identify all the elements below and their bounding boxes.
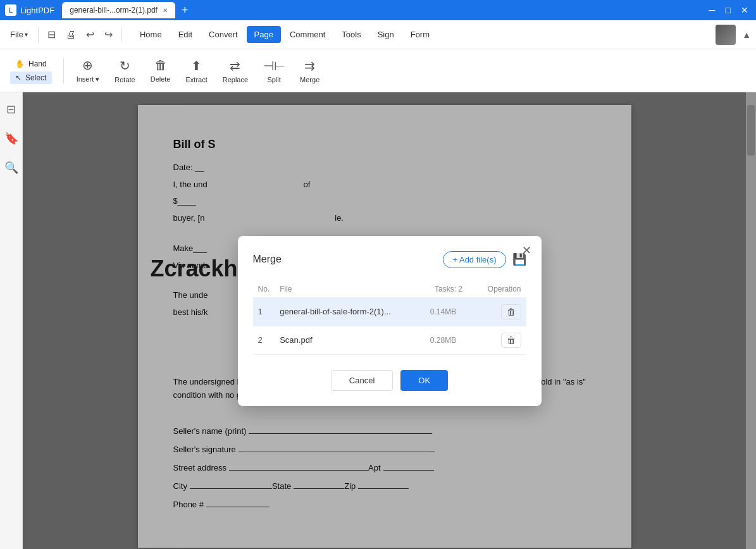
table-row: 2 Scan.pdf 0.28MB 🗑 (253, 326, 526, 354)
file-table-body: 1 general-bill-of-sale-form-2(1)... 0.14… (253, 297, 526, 354)
merge-button[interactable]: ⇉ Merge (294, 54, 326, 87)
close-button[interactable]: ✕ (738, 5, 751, 15)
hand-icon: ✋ (15, 59, 25, 68)
extract-button[interactable]: ⬆ Extract (179, 54, 213, 87)
modal-overlay: ✕ Merge + Add file(s) 💾 No. File Tasks: … (23, 92, 756, 549)
rotate-button[interactable]: ↻ Rotate (108, 54, 141, 87)
modal-close-button[interactable]: ✕ (522, 244, 531, 257)
minimize-button[interactable]: ─ (707, 5, 718, 15)
hand-tool-label: Hand (28, 59, 47, 68)
maximize-button[interactable]: □ (723, 5, 733, 15)
tab-close-icon[interactable]: ✕ (163, 7, 168, 14)
new-tab-button[interactable]: + (178, 4, 192, 17)
delete-button[interactable]: 🗑 Delete (144, 54, 177, 87)
file-row-1-size: 0.14MB (425, 297, 472, 326)
window-controls: ─ □ ✕ (707, 5, 751, 15)
merge-label: Merge (300, 76, 319, 83)
nav-sign[interactable]: Sign (370, 26, 402, 43)
active-tab[interactable]: general-bill-...orm-2(1).pdf ✕ (62, 2, 175, 18)
nav-page[interactable]: Page (247, 26, 281, 43)
left-panel: ⊟ 🔖 🔍 (0, 92, 23, 549)
search-icon[interactable]: 🔍 (2, 158, 21, 177)
delete-label: Delete (151, 75, 171, 83)
table-row: 1 general-bill-of-sale-form-2(1)... 0.14… (253, 297, 526, 326)
file-table: No. File Tasks: 2 Operation 1 general-bi… (253, 281, 526, 355)
select-icon: ↖ (15, 73, 22, 82)
file-menu-arrow: ▾ (25, 31, 28, 38)
extract-label: Extract (185, 76, 207, 83)
insert-label: Insert ▾ (77, 75, 100, 83)
undo-button[interactable]: ↩ (82, 26, 98, 43)
delete-icon: 🗑 (154, 58, 167, 73)
col-operation: Operation (472, 281, 526, 298)
merge-modal: ✕ Merge + Add file(s) 💾 No. File Tasks: … (238, 236, 542, 406)
file-row-1-op: 🗑 (472, 297, 526, 326)
file-row-2-size: 0.28MB (425, 326, 472, 354)
insert-button[interactable]: ⊕ Insert ▾ (70, 54, 106, 87)
nav-convert[interactable]: Convert (201, 26, 245, 43)
file-row-1-no: 1 (253, 297, 275, 326)
ok-button[interactable]: OK (400, 370, 448, 391)
app-title: L LightPDF (5, 4, 54, 16)
col-no: No. (253, 281, 275, 298)
file-row-1-delete[interactable]: 🗑 (501, 304, 521, 319)
nav-comment[interactable]: Comment (282, 26, 333, 43)
main-content: Bill of S Date: __ I, the und of $____ b… (23, 92, 756, 549)
nav-menu: Home Edit Convert Page Comment Tools Sig… (132, 26, 437, 43)
title-bar: L LightPDF general-bill-...orm-2(1).pdf … (0, 0, 756, 20)
app-name: LightPDF (20, 6, 54, 15)
file-row-2-delete[interactable]: 🗑 (501, 333, 521, 348)
nav-edit[interactable]: Edit (171, 26, 200, 43)
nav-tools[interactable]: Tools (334, 26, 368, 43)
split-button[interactable]: ⊣⊢ Split (257, 54, 291, 87)
merge-icon: ⇉ (304, 58, 315, 73)
tab-label: general-bill-...orm-2(1).pdf (70, 6, 158, 15)
file-table-header: No. File Tasks: 2 Operation (253, 281, 526, 298)
select-tool-label: Select (25, 73, 46, 82)
file-row-1-name: general-bill-of-sale-form-2(1)... (275, 297, 425, 326)
tool-group-main: ⊕ Insert ▾ ↻ Rotate 🗑 Delete ⬆ Extract ⇄… (70, 54, 326, 87)
file-menu-label: File (10, 30, 23, 39)
file-row-2-name: Scan.pdf (275, 326, 425, 354)
thumbnail-icon[interactable]: ⊟ (4, 100, 18, 119)
split-icon: ⊣⊢ (263, 58, 285, 73)
toolbar-divider (63, 58, 64, 83)
app-logo: L (5, 4, 16, 16)
col-file: File (275, 281, 425, 298)
menu-bar: File ▾ ⊟ 🖨 ↩ ↪ Home Edit Convert Page Co… (0, 20, 756, 49)
hand-select-group: ✋ Hand ↖ Select (10, 58, 52, 84)
user-avatar[interactable] (716, 25, 736, 45)
divider-1 (38, 27, 39, 42)
file-menu[interactable]: File ▾ (5, 27, 33, 42)
rotate-icon: ↻ (120, 58, 130, 73)
add-files-button[interactable]: + Add file(s) (443, 251, 505, 268)
extract-icon: ⬆ (191, 58, 202, 73)
modal-footer: Cancel OK (253, 370, 526, 391)
user-menu-toggle[interactable]: ▲ (742, 30, 751, 40)
replace-icon: ⇄ (230, 58, 240, 73)
col-tasks: Tasks: 2 (425, 281, 472, 298)
modal-title: Merge (253, 254, 282, 265)
modal-header: Merge + Add file(s) 💾 (253, 251, 526, 268)
redo-button[interactable]: ↪ (101, 26, 116, 43)
hand-tool[interactable]: ✋ Hand (10, 58, 52, 70)
rotate-label: Rotate (115, 76, 135, 83)
file-row-2-op: 🗑 (472, 326, 526, 354)
toolbar: ✋ Hand ↖ Select ⊕ Insert ▾ ↻ Rotate 🗑 De… (0, 49, 756, 92)
modal-header-actions: + Add file(s) 💾 (443, 251, 526, 268)
insert-icon: ⊕ (82, 58, 93, 73)
file-row-2-no: 2 (253, 326, 275, 354)
bookmark-icon[interactable]: 🔖 (2, 129, 21, 148)
replace-button[interactable]: ⇄ Replace (216, 54, 254, 87)
replace-label: Replace (223, 76, 248, 83)
cancel-button[interactable]: Cancel (331, 370, 393, 391)
tabs-area: general-bill-...orm-2(1).pdf ✕ + (62, 2, 706, 18)
split-label: Split (267, 76, 280, 83)
nav-form[interactable]: Form (403, 26, 437, 43)
add-files-label: + Add file(s) (452, 255, 496, 264)
print-button[interactable]: 🖨 (62, 27, 80, 43)
divider-2 (121, 27, 122, 42)
nav-home[interactable]: Home (132, 26, 170, 43)
select-tool[interactable]: ↖ Select (10, 71, 52, 84)
panel-toggle-button[interactable]: ⊟ (44, 26, 59, 43)
